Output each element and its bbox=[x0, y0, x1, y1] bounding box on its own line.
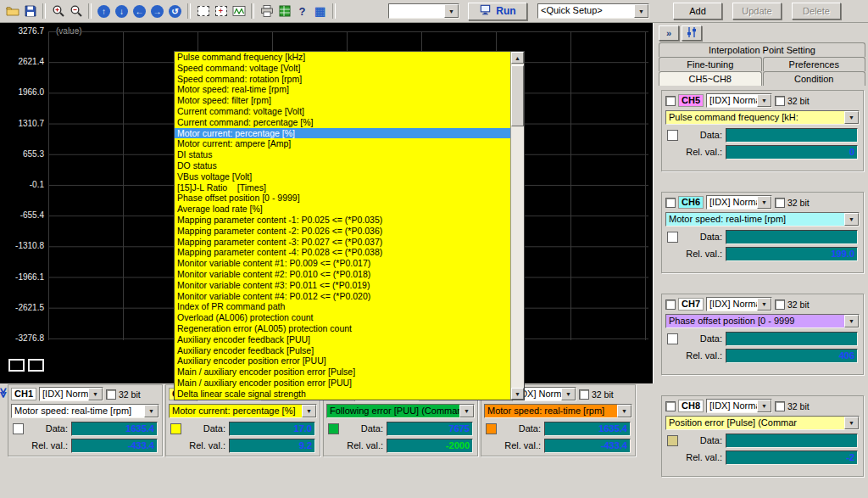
chevron-down-icon[interactable]: ▼ bbox=[617, 405, 632, 417]
undo-zoom-icon[interactable]: ↺ bbox=[166, 3, 184, 20]
save-icon[interactable] bbox=[21, 3, 39, 20]
signal-option[interactable]: Current command: voltage [Volt] bbox=[175, 106, 511, 117]
channel-color-swatch[interactable] bbox=[13, 423, 24, 434]
scroll-down-button[interactable]: ▼ bbox=[511, 388, 524, 400]
marker-box-1[interactable] bbox=[8, 359, 25, 372]
channel-enable-checkbox[interactable] bbox=[665, 96, 676, 106]
quick-setup-combo[interactable]: <Quick Setup> ▼ bbox=[537, 3, 649, 19]
chevron-down-icon[interactable]: ▼ bbox=[757, 400, 771, 412]
bits-checkbox[interactable] bbox=[106, 389, 116, 400]
signal-option[interactable]: Mapping parameter content -3: P0.027 <= … bbox=[175, 237, 511, 248]
signal-option[interactable]: Overload (AL006) protection count bbox=[175, 312, 511, 323]
window-layout-icon[interactable]: ▦ bbox=[311, 3, 329, 20]
bits-checkbox[interactable] bbox=[579, 389, 589, 400]
run-button[interactable]: Run bbox=[468, 3, 527, 20]
chevron-down-icon[interactable]: ▼ bbox=[844, 213, 859, 226]
index-mode-combo[interactable]: [IDX] Norma▼ bbox=[39, 387, 103, 401]
index-mode-combo[interactable]: [IDX] Norma▼ bbox=[706, 93, 772, 108]
waveform-icon[interactable] bbox=[230, 3, 248, 20]
channel-enable-checkbox[interactable] bbox=[665, 401, 676, 411]
signal-option[interactable]: Regeneration error (AL005) protection co… bbox=[175, 323, 511, 334]
index-mode-combo[interactable]: [IDX] Norma▼ bbox=[706, 399, 772, 413]
index-mode-combo[interactable]: [IDX] Norma▼ bbox=[706, 297, 772, 311]
tab-fine-tuning[interactable]: Fine-tuning bbox=[659, 57, 762, 71]
signal-option[interactable]: Auxiliary encoder feedback [PUU] bbox=[175, 334, 511, 345]
update-button[interactable]: Update bbox=[732, 3, 782, 20]
signal-combo[interactable]: Phase offset position [0 - 9999▼ bbox=[665, 314, 860, 328]
chevron-down-icon[interactable]: ▼ bbox=[844, 315, 859, 327]
signal-option[interactable]: Speed command: rotation [rpm] bbox=[175, 74, 511, 85]
signal-option[interactable]: Speed command: voltage [Volt] bbox=[175, 63, 511, 74]
tab-preferences[interactable]: Preferences bbox=[763, 57, 866, 71]
signal-option[interactable]: Main / auxiliary encoder position error … bbox=[175, 378, 511, 389]
channel-color-swatch[interactable] bbox=[667, 130, 678, 141]
signal-option[interactable]: Main / auxiliary encoder position error … bbox=[175, 367, 511, 378]
scrollbar-thumb[interactable] bbox=[511, 65, 524, 126]
channel-color-swatch[interactable] bbox=[667, 435, 678, 446]
chevron-down-icon[interactable]: ▼ bbox=[144, 405, 159, 417]
signal-option[interactable]: DO status bbox=[175, 160, 511, 171]
signal-option[interactable]: Mapping parameter content -2: P0.026 <= … bbox=[175, 226, 511, 237]
channel-enable-checkbox[interactable] bbox=[665, 198, 676, 208]
chevron-down-icon[interactable]: ▼ bbox=[561, 388, 576, 400]
chevron-down-icon[interactable]: ▼ bbox=[844, 111, 859, 124]
chevron-down-icon[interactable]: ▼ bbox=[302, 405, 316, 417]
signal-combo[interactable]: Motor current: percentage [%]▼ bbox=[169, 404, 317, 418]
tab-ch5-ch8[interactable]: CH5~CH8 bbox=[659, 71, 762, 86]
channel-color-swatch[interactable] bbox=[486, 423, 497, 434]
signal-combo[interactable]: Pulse command frequency [kH:▼ bbox=[665, 110, 860, 125]
pan-right-icon[interactable]: → bbox=[148, 3, 166, 20]
signal-combo[interactable]: Motor speed: real-time [rpm]▼ bbox=[665, 212, 860, 227]
channel-color-swatch[interactable] bbox=[170, 423, 181, 434]
select-region-icon[interactable] bbox=[194, 3, 212, 20]
index-mode-combo[interactable]: [IDX] Norma▼ bbox=[706, 195, 772, 210]
signal-option[interactable]: Monitor variable content #2: P0.010 <= (… bbox=[175, 269, 511, 280]
scroll-up-button[interactable]: ▲ bbox=[511, 52, 524, 64]
chevron-down-icon[interactable]: ▼ bbox=[757, 94, 771, 107]
signal-option[interactable]: Motor current: percentage [%] bbox=[175, 128, 511, 139]
chevron-down-icon[interactable]: ▼ bbox=[634, 4, 648, 18]
signal-option[interactable]: Pulse command frequency [kHz] bbox=[175, 52, 511, 63]
print-icon[interactable] bbox=[258, 3, 275, 20]
signal-option[interactable]: Motor speed: real-time [rpm] bbox=[175, 84, 511, 95]
chevron-down-icon[interactable]: ▼ bbox=[757, 298, 771, 311]
zoom-region-icon[interactable]: + bbox=[212, 3, 230, 20]
delete-button[interactable]: Delete bbox=[792, 3, 841, 20]
channel-color-swatch[interactable] bbox=[667, 232, 678, 243]
chevron-down-icon[interactable]: ▼ bbox=[844, 417, 859, 429]
signal-option[interactable]: Mapping parameter content -1: P0.025 <= … bbox=[175, 215, 511, 226]
signal-option[interactable]: Delta linear scale signal strength bbox=[175, 389, 511, 400]
signal-combo[interactable]: Position error [Pulse] (Commar▼ bbox=[665, 416, 860, 430]
export-table-icon[interactable] bbox=[275, 3, 293, 20]
pan-left-icon[interactable]: ← bbox=[131, 3, 148, 20]
signal-option[interactable]: Monitor variable content #1: P0.009 <= (… bbox=[175, 258, 511, 269]
signal-option[interactable]: Average load rate [%] bbox=[175, 204, 511, 215]
tuning-slider-button[interactable] bbox=[682, 25, 702, 41]
add-button[interactable]: Add bbox=[673, 3, 722, 20]
channel-color-swatch[interactable] bbox=[328, 423, 339, 434]
chevron-down-icon[interactable]: ▼ bbox=[88, 388, 103, 400]
signal-option[interactable]: Monitor variable content #3: P0.011 <= (… bbox=[175, 280, 511, 291]
device-combo[interactable]: ▼ bbox=[388, 3, 459, 19]
signal-option[interactable]: Current command: percentage [%] bbox=[175, 117, 511, 128]
signal-option[interactable]: Phase offset position [0 - 9999] bbox=[175, 193, 511, 204]
signal-option[interactable]: Index of PR command path bbox=[175, 301, 511, 312]
chevron-down-icon[interactable]: ▼ bbox=[757, 196, 771, 209]
tab-interpolation-point-setting[interactable]: Interpolation Point Setting bbox=[659, 42, 865, 57]
pan-up-icon[interactable]: ↑ bbox=[95, 3, 113, 20]
signal-combo[interactable]: Motor speed: real-time [rpm]▼ bbox=[11, 404, 159, 418]
signal-option[interactable]: Motor speed: filter [rpm] bbox=[175, 95, 511, 106]
signal-option[interactable]: DI status bbox=[175, 149, 511, 160]
signal-option[interactable]: Auxiliary encoder position error [PUU] bbox=[175, 355, 511, 367]
signal-combo[interactable]: Motor speed: real-time [rpm]▼ bbox=[484, 404, 632, 418]
expand-sidebar-button[interactable]: » bbox=[659, 25, 679, 41]
bits-checkbox[interactable] bbox=[775, 96, 785, 106]
signal-option[interactable]: Auxiliary encoder feedback [Pulse] bbox=[175, 345, 511, 356]
bits-checkbox[interactable] bbox=[775, 401, 785, 411]
chevron-down-icon[interactable]: ▼ bbox=[459, 405, 474, 417]
tab-condition[interactable]: Condition bbox=[763, 71, 866, 86]
bits-checkbox[interactable] bbox=[775, 198, 785, 208]
signal-option[interactable]: Mapping parameter content -4: P0.028 <= … bbox=[175, 247, 511, 258]
marker-box-2[interactable] bbox=[28, 359, 44, 372]
help-icon[interactable]: ? bbox=[293, 3, 311, 20]
